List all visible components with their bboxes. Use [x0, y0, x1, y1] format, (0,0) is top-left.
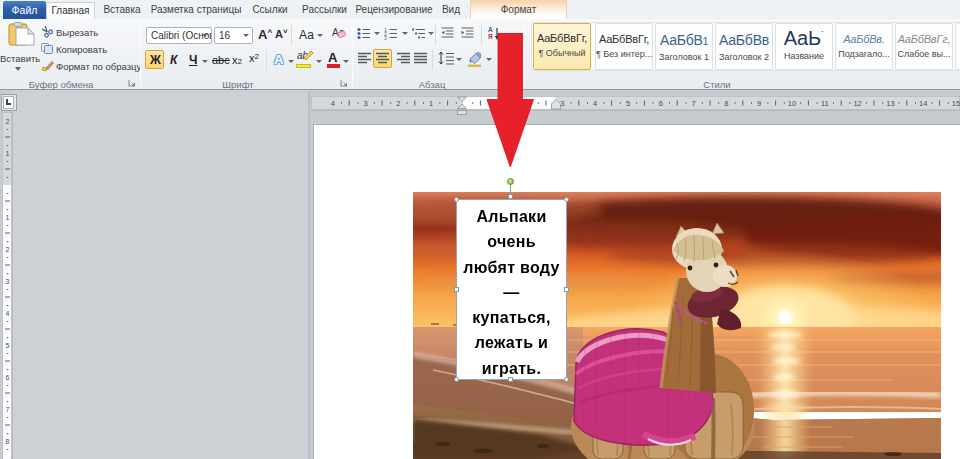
svg-text:2: 2 — [6, 246, 10, 253]
svg-text:13: 13 — [886, 99, 894, 108]
svg-text:8: 8 — [724, 99, 728, 108]
svg-text:3: 3 — [560, 99, 564, 108]
svg-text:А: А — [488, 26, 493, 33]
svg-text:12: 12 — [853, 99, 861, 108]
svg-text:2: 2 — [396, 99, 400, 108]
svg-text:5: 5 — [626, 99, 630, 108]
svg-text:1: 1 — [6, 214, 10, 221]
svg-text:10: 10 — [788, 99, 796, 108]
svg-text:2: 2 — [6, 118, 10, 125]
svg-text:3: 3 — [364, 99, 368, 108]
svg-text:1: 1 — [429, 99, 433, 108]
svg-text:6: 6 — [659, 99, 663, 108]
svg-text:3: 3 — [384, 35, 387, 40]
svg-text:6: 6 — [6, 374, 10, 381]
svg-text:14: 14 — [919, 99, 927, 108]
svg-text:7: 7 — [692, 99, 696, 108]
svg-text:8: 8 — [6, 438, 10, 445]
svg-text:9: 9 — [757, 99, 761, 108]
svg-text:15: 15 — [952, 99, 960, 108]
svg-text:4: 4 — [593, 99, 597, 108]
svg-text:3: 3 — [6, 278, 10, 285]
svg-text:1: 1 — [6, 150, 10, 157]
svg-text:4: 4 — [331, 99, 335, 108]
svg-text:11: 11 — [821, 99, 829, 108]
svg-text:4: 4 — [6, 310, 10, 317]
svg-text:7: 7 — [6, 406, 10, 413]
svg-text:5: 5 — [6, 342, 10, 349]
